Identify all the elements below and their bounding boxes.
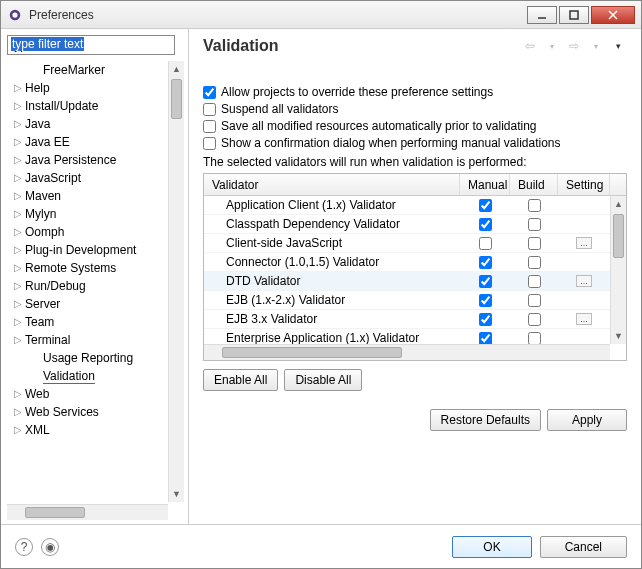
cancel-button[interactable]: Cancel: [540, 536, 627, 558]
tree-item[interactable]: Validation: [7, 367, 184, 385]
back-menu-icon[interactable]: ▾: [543, 38, 561, 54]
tree-item[interactable]: ▷Mylyn: [7, 205, 184, 223]
expander-icon[interactable]: ▷: [13, 317, 23, 327]
build-checkbox[interactable]: [528, 313, 541, 326]
option-checkbox[interactable]: [203, 137, 216, 150]
tree-item[interactable]: ▷Java: [7, 115, 184, 133]
expander-icon[interactable]: ▷: [13, 83, 23, 93]
tree-item[interactable]: ▷Maven: [7, 187, 184, 205]
build-checkbox[interactable]: [528, 332, 541, 345]
settings-button[interactable]: …: [576, 237, 592, 249]
col-settings[interactable]: Setting: [558, 174, 610, 195]
expander-icon[interactable]: [31, 65, 41, 75]
expander-icon[interactable]: ▷: [13, 227, 23, 237]
tree-item[interactable]: ▷Server: [7, 295, 184, 313]
maximize-button[interactable]: [559, 6, 589, 24]
scroll-up-icon[interactable]: ▲: [169, 61, 184, 77]
expander-icon[interactable]: ▷: [13, 407, 23, 417]
tree-item[interactable]: ▷Team: [7, 313, 184, 331]
tree-item[interactable]: ▷Install/Update: [7, 97, 184, 115]
disable-all-button[interactable]: Disable All: [284, 369, 362, 391]
view-menu-icon[interactable]: ▾: [609, 38, 627, 54]
scrollbar-thumb[interactable]: [613, 214, 624, 258]
apply-button[interactable]: Apply: [547, 409, 627, 431]
manual-checkbox[interactable]: [479, 294, 492, 307]
build-checkbox[interactable]: [528, 294, 541, 307]
col-build[interactable]: Build: [510, 174, 558, 195]
option-checkbox[interactable]: [203, 103, 216, 116]
option-checkbox[interactable]: [203, 86, 216, 99]
expander-icon[interactable]: ▷: [13, 101, 23, 111]
settings-button[interactable]: …: [576, 313, 592, 325]
table-row[interactable]: EJB (1.x-2.x) Validator: [204, 291, 610, 310]
tree-item[interactable]: ▷Oomph: [7, 223, 184, 241]
restore-defaults-button[interactable]: Restore Defaults: [430, 409, 541, 431]
tree-item[interactable]: ▷Terminal: [7, 331, 184, 349]
tree-item[interactable]: ▷Run/Debug: [7, 277, 184, 295]
expander-icon[interactable]: ▷: [13, 137, 23, 147]
expander-icon[interactable]: [31, 371, 41, 381]
scroll-up-icon[interactable]: ▲: [611, 196, 626, 212]
manual-checkbox[interactable]: [479, 237, 492, 250]
tree-item[interactable]: ▷Java EE: [7, 133, 184, 151]
table-row[interactable]: DTD Validator…: [204, 272, 610, 291]
manual-checkbox[interactable]: [479, 218, 492, 231]
expander-icon[interactable]: ▷: [13, 191, 23, 201]
expander-icon[interactable]: ▷: [13, 245, 23, 255]
back-button[interactable]: ⇦: [521, 38, 539, 54]
minimize-button[interactable]: [527, 6, 557, 24]
scrollbar-thumb-h[interactable]: [25, 507, 85, 518]
expander-icon[interactable]: ▷: [13, 209, 23, 219]
table-scrollbar-horizontal[interactable]: [204, 344, 610, 360]
scrollbar-thumb[interactable]: [171, 79, 182, 119]
tree-item[interactable]: ▷Help: [7, 79, 184, 97]
build-checkbox[interactable]: [528, 199, 541, 212]
expander-icon[interactable]: ▷: [13, 335, 23, 345]
table-scrollbar-vertical[interactable]: ▲ ▼: [610, 196, 626, 344]
option-checkbox[interactable]: [203, 120, 216, 133]
col-validator[interactable]: Validator: [204, 174, 460, 195]
status-icon[interactable]: ◉: [41, 538, 59, 556]
expander-icon[interactable]: ▷: [13, 263, 23, 273]
manual-checkbox[interactable]: [479, 199, 492, 212]
manual-checkbox[interactable]: [479, 275, 492, 288]
tree-item[interactable]: ▷Java Persistence: [7, 151, 184, 169]
tree-item[interactable]: ▷JavaScript: [7, 169, 184, 187]
expander-icon[interactable]: ▷: [13, 389, 23, 399]
tree-item[interactable]: ▷Remote Systems: [7, 259, 184, 277]
tree-item[interactable]: ▷Web Services: [7, 403, 184, 421]
tree-item[interactable]: ▷Plug-in Development: [7, 241, 184, 259]
expander-icon[interactable]: ▷: [13, 155, 23, 165]
expander-icon[interactable]: ▷: [13, 119, 23, 129]
manual-checkbox[interactable]: [479, 256, 492, 269]
build-checkbox[interactable]: [528, 218, 541, 231]
enable-all-button[interactable]: Enable All: [203, 369, 278, 391]
forward-button[interactable]: ⇨: [565, 38, 583, 54]
tree-scrollbar-horizontal[interactable]: [7, 504, 168, 520]
table-row[interactable]: Classpath Dependency Validator: [204, 215, 610, 234]
help-icon[interactable]: ?: [15, 538, 33, 556]
tree-item[interactable]: Usage Reporting: [7, 349, 184, 367]
table-row[interactable]: Application Client (1.x) Validator: [204, 196, 610, 215]
build-checkbox[interactable]: [528, 275, 541, 288]
filter-input[interactable]: [7, 35, 175, 55]
expander-icon[interactable]: [31, 353, 41, 363]
table-row[interactable]: EJB 3.x Validator…: [204, 310, 610, 329]
tree-item[interactable]: ▷Web: [7, 385, 184, 403]
preferences-tree[interactable]: FreeMarker▷Help▷Install/Update▷Java▷Java…: [7, 61, 184, 439]
expander-icon[interactable]: ▷: [13, 425, 23, 435]
table-row[interactable]: Connector (1.0,1.5) Validator: [204, 253, 610, 272]
forward-menu-icon[interactable]: ▾: [587, 38, 605, 54]
settings-button[interactable]: …: [576, 275, 592, 287]
expander-icon[interactable]: ▷: [13, 173, 23, 183]
close-button[interactable]: [591, 6, 635, 24]
col-manual[interactable]: Manual: [460, 174, 510, 195]
scroll-down-icon[interactable]: ▼: [611, 328, 626, 344]
manual-checkbox[interactable]: [479, 332, 492, 345]
build-checkbox[interactable]: [528, 256, 541, 269]
build-checkbox[interactable]: [528, 237, 541, 250]
scroll-down-icon[interactable]: ▼: [169, 486, 184, 502]
manual-checkbox[interactable]: [479, 313, 492, 326]
tree-item[interactable]: ▷XML: [7, 421, 184, 439]
tree-item[interactable]: FreeMarker: [7, 61, 184, 79]
